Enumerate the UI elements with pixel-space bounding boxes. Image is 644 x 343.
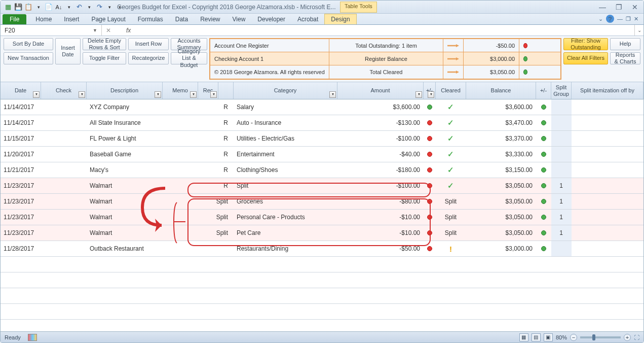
restore-icon[interactable]: ❐	[613, 3, 624, 11]
sort-by-date-button[interactable]: Sort By Date	[4, 38, 53, 50]
cell-description[interactable]: Walmart	[87, 178, 163, 193]
cell-amount[interactable]: $3,600.00	[337, 99, 424, 115]
cell-split-group[interactable]	[551, 131, 572, 146]
cell-rec-value[interactable]: R	[218, 178, 234, 193]
cell-rec[interactable]	[198, 194, 218, 209]
zoom-slider[interactable]	[580, 336, 621, 338]
cancel-icon[interactable]: ✕	[106, 27, 111, 34]
empty-row[interactable]	[1, 288, 643, 304]
cell-date[interactable]: 11/23/2017	[1, 210, 41, 225]
cell-cleared[interactable]: ✓	[436, 162, 466, 178]
tab-page-layout[interactable]: Page Layout	[85, 14, 131, 24]
cell-date[interactable]: 11/21/2017	[1, 162, 41, 178]
window-restore-icon[interactable]: ❐	[626, 16, 631, 22]
dropdown-icon[interactable]: ▾	[34, 3, 43, 12]
cell-description[interactable]: All State Insurance	[87, 115, 163, 130]
cell-cleared[interactable]: Split	[436, 210, 466, 225]
cell-check[interactable]	[41, 147, 87, 162]
expand-formula-bar-icon[interactable]: ⌄	[634, 25, 643, 36]
cell-rec[interactable]	[198, 241, 218, 256]
cell-split-item[interactable]	[572, 147, 632, 162]
cell-split-group[interactable]	[551, 99, 572, 115]
cell-category[interactable]: Pet Care	[234, 225, 337, 241]
fx-icon[interactable]: fx	[126, 27, 131, 34]
header-description[interactable]: Description▾	[87, 82, 163, 99]
header-split-group[interactable]: Split Group	[551, 82, 572, 99]
minimize-icon[interactable]: —	[597, 3, 608, 11]
cell-rec-value[interactable]: R	[218, 162, 234, 178]
table-row[interactable]: 11/23/2017WalmartSplitGroceries-$80.00Sp…	[1, 194, 643, 210]
empty-row[interactable]	[1, 272, 643, 288]
cell-rec-value[interactable]	[218, 241, 234, 256]
cell-rec-value[interactable]: Split	[218, 210, 234, 225]
cell-rec-value[interactable]: R	[218, 147, 234, 162]
summary-row[interactable]: Checking Account 1Register Balance$3,000…	[210, 52, 560, 65]
cell-balance[interactable]: $3,370.00	[466, 131, 536, 146]
cell-rec[interactable]	[198, 225, 218, 241]
cell-rec[interactable]	[198, 147, 218, 162]
header-balance[interactable]: Balance	[466, 82, 536, 99]
empty-row[interactable]	[1, 257, 643, 272]
cell-check[interactable]	[41, 225, 87, 241]
cell-check[interactable]	[41, 178, 87, 193]
table-row[interactable]: 11/23/2017WalmartRSplit-$100.00✓$3,050.0…	[1, 178, 643, 194]
empty-row[interactable]	[1, 304, 643, 320]
cell-check[interactable]	[41, 162, 87, 178]
cell-category[interactable]: Clothing/Shoes	[234, 162, 337, 178]
cell-date[interactable]: 11/20/2017	[1, 147, 41, 162]
header-date[interactable]: Date▾	[1, 82, 41, 99]
summary-row[interactable]: Account One RegisterTotal Outstanding: 1…	[210, 39, 560, 52]
cell-date[interactable]: 11/15/2017	[1, 131, 41, 146]
cell-category[interactable]: Salary	[234, 99, 337, 115]
cell-category[interactable]: Split	[234, 178, 337, 193]
tab-insert[interactable]: Insert	[58, 14, 85, 24]
cell-amount[interactable]: -$80.00	[337, 194, 424, 209]
filter-dropdown-icon[interactable]: ▾	[190, 91, 197, 98]
category-list-button[interactable]: Category List & Budget	[171, 52, 207, 64]
cell-balance[interactable]: $3,150.00	[466, 162, 536, 178]
cell-date[interactable]: 11/23/2017	[1, 194, 41, 209]
recategorize-button[interactable]: Recategorize	[128, 52, 169, 64]
cell-description[interactable]: Outback Restaurant	[87, 241, 163, 256]
cell-category[interactable]: Restaurants/Dining	[234, 241, 337, 256]
cell-rec[interactable]	[198, 99, 218, 115]
cell-category[interactable]: Auto - Insurance	[234, 115, 337, 130]
filter-dropdown-icon[interactable]: ▾	[155, 91, 161, 98]
window-minimize-icon[interactable]: —	[617, 16, 623, 22]
cell-check[interactable]	[41, 210, 87, 225]
cell-amount[interactable]: -$50.00	[337, 241, 424, 256]
cell-amount[interactable]: -$40.00	[337, 147, 424, 162]
cell-split-item[interactable]	[572, 194, 632, 209]
cell-memo[interactable]	[163, 194, 198, 209]
cell-cleared[interactable]: !	[436, 241, 466, 256]
zoom-level[interactable]: 80%	[556, 334, 567, 340]
filter-dropdown-icon[interactable]: ▾	[329, 91, 336, 98]
table-row[interactable]: 11/23/2017WalmartSplitPet Care-$10.00Spl…	[1, 225, 643, 241]
cell-memo[interactable]	[163, 162, 198, 178]
cell-memo[interactable]	[163, 131, 198, 146]
cell-check[interactable]	[41, 115, 87, 130]
cell-description[interactable]: Walmart	[87, 225, 163, 241]
cell-amount[interactable]: -$180.00	[337, 162, 424, 178]
cell-split-group[interactable]: 1	[551, 178, 572, 193]
window-close-icon[interactable]: ✕	[634, 16, 638, 22]
cell-rec-value[interactable]: R	[218, 131, 234, 146]
cell-balance[interactable]: $3,330.00	[466, 147, 536, 162]
tab-developer[interactable]: Developer	[251, 14, 291, 24]
cell-cleared[interactable]: ✓	[436, 115, 466, 130]
tab-data[interactable]: Data	[169, 14, 194, 24]
cell-rec-value[interactable]: R	[218, 115, 234, 130]
cell-category[interactable]: Entertainment	[234, 147, 337, 162]
cell-balance[interactable]: $3,050.00	[466, 178, 536, 193]
table-row[interactable]: 11/28/2017Outback RestaurantRestaurants/…	[1, 241, 643, 257]
page-layout-view-icon[interactable]: ▤	[532, 333, 541, 341]
summary-row[interactable]: © 2018 George Alzamora. All rights reser…	[210, 65, 560, 79]
zoom-in-icon[interactable]: +	[624, 334, 631, 341]
table-row[interactable]: 11/14/2017XYZ CompanyRSalary$3,600.00✓$3…	[1, 99, 643, 115]
filter-dropdown-icon[interactable]: ▾	[33, 91, 40, 98]
delete-empty-rows-button[interactable]: Delete Empty Rows & Sort	[83, 38, 126, 50]
name-box[interactable]: F20 ▼	[1, 25, 102, 36]
insert-date-button[interactable]: Insert Date	[55, 38, 81, 64]
table-row[interactable]: 11/15/2017FL Power & LightRUtilities - E…	[1, 131, 643, 147]
help-button[interactable]: Help	[610, 38, 640, 50]
